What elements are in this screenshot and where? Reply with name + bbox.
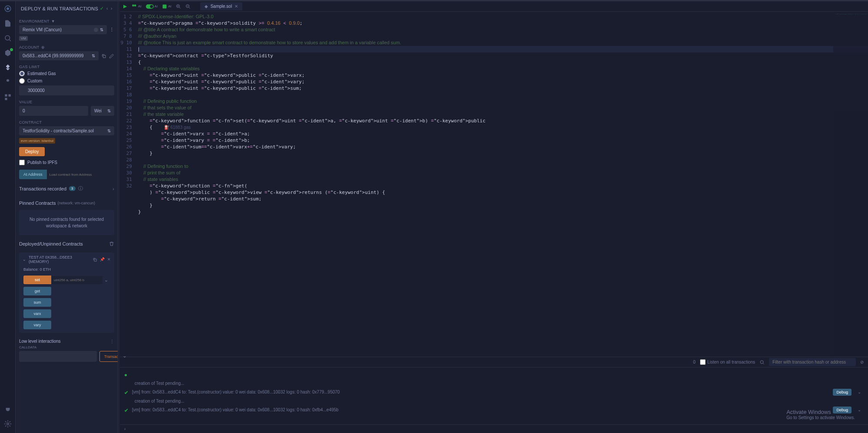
fn-vary-button[interactable]: vary (23, 321, 51, 329)
log-line: creation of Test pending... (135, 380, 864, 387)
deployed-contracts-header: Deployed/Unpinned Contracts (19, 235, 114, 249)
chevron-down-icon[interactable]: ⌄ (855, 407, 864, 413)
at-address-button[interactable]: At Address (19, 170, 47, 179)
zoom-out-icon[interactable] (185, 4, 191, 9)
search-icon[interactable] (4, 34, 12, 42)
terminal-header: 0 Listen on all transactions ⊘ (120, 357, 868, 367)
svg-rect-3 (5, 94, 7, 96)
at-address-input[interactable] (47, 170, 114, 179)
edit-icon[interactable] (109, 53, 114, 59)
balance-row: Balance: 0 ETH (19, 266, 114, 274)
calldata-input[interactable] (19, 351, 97, 362)
ai-people-icon[interactable]: AI (131, 3, 142, 10)
fn-varx-button[interactable]: varx (23, 309, 51, 318)
chevron-down-icon[interactable]: ✓ (100, 6, 104, 11)
gas-custom-radio[interactable]: Custom (19, 78, 114, 84)
pinned-contracts-header: Pinned Contracts (network: vm-cancun) (19, 194, 114, 207)
debugger-icon[interactable] (4, 79, 12, 86)
no-pinned-message: No pinned contracts found for selected w… (19, 210, 114, 235)
info-icon[interactable]: ⓘ (78, 185, 83, 192)
svg-rect-8 (94, 259, 96, 261)
svg-point-6 (7, 423, 9, 425)
checkmark-icon: ✔ (124, 407, 129, 414)
svg-rect-4 (8, 94, 10, 96)
contract-select[interactable]: TestforSolidity - contracts/Sample.sol⇅ (19, 126, 114, 135)
fn-set-input[interactable] (51, 276, 102, 284)
search-icon[interactable] (759, 360, 765, 365)
tx-count-badge: 3 (69, 186, 75, 191)
editor-toolbar: ▶ AI AI AI ◆ Sample.sol ✕ (120, 1, 868, 12)
listen-checkbox[interactable]: Listen on all transactions (700, 359, 755, 365)
copy-icon[interactable] (101, 53, 106, 59)
ai-toggle-icon[interactable]: AI (146, 4, 158, 9)
environment-label: ENVIRONMENT ▼ (19, 19, 114, 23)
instance-name: TEST AT 0X358...D5EE3 (MEMORY) (29, 255, 90, 264)
checkmark-icon: ● (124, 371, 127, 378)
terminal-search-input[interactable] (769, 358, 856, 366)
trash-icon[interactable] (109, 241, 114, 246)
fn-set-button[interactable]: set (23, 276, 51, 284)
play-icon[interactable]: ▶ (123, 3, 127, 9)
chevron-right-icon[interactable]: › (111, 6, 112, 11)
deploy-run-icon[interactable] (4, 64, 12, 72)
ai-save-icon[interactable]: AI (162, 4, 172, 9)
plug-icon[interactable] (4, 405, 12, 413)
checkmark-icon: ✔ (124, 389, 129, 396)
settings-icon[interactable] (4, 420, 12, 428)
compiler-icon[interactable] (4, 49, 12, 57)
svg-rect-13 (163, 4, 167, 8)
chevron-down-icon[interactable]: ⌄ (23, 257, 26, 262)
status-bar: › (120, 424, 868, 433)
file-explorer-icon[interactable] (4, 20, 12, 27)
zoom-in-icon[interactable] (176, 4, 181, 9)
more-icon[interactable]: ⋮ (109, 27, 114, 33)
contract-instance: ⌄ TEST AT 0X358...D5EE3 (MEMORY) 📌 ✕ Bal… (19, 253, 114, 333)
collapse-terminal-icon[interactable]: ⌄ (122, 353, 127, 359)
fn-sum-button[interactable]: sum (23, 298, 51, 307)
chevron-left-icon[interactable]: ‹ (106, 6, 108, 11)
debug-button[interactable]: Debug (833, 389, 851, 396)
code-editor[interactable]: // SPDX-License-Identifier: GPL-3.0 ="c-… (135, 12, 868, 357)
panel-title: DEPLOY & RUN TRANSACTIONS ✓ ‹ › (19, 1, 114, 15)
close-icon[interactable]: ✕ (234, 4, 238, 9)
fn-get-button[interactable]: get (23, 287, 51, 295)
value-unit-select[interactable]: Wei⇅ (91, 106, 114, 116)
publish-ipfs-checkbox[interactable]: Publish to IPFS (19, 160, 114, 165)
plus-icon[interactable]: ⊕ (41, 45, 45, 49)
copy-icon[interactable] (92, 257, 97, 262)
activate-windows-watermark: Activate Windows Go to Settings to activ… (786, 409, 855, 420)
terminal-body[interactable]: ● creation of Test pending... ✔ [vm] fro… (120, 367, 868, 424)
minimap[interactable]: // SPDX-License\npragma solidity\n/// @t… (833, 12, 868, 357)
file-tab[interactable]: ◆ Sample.sol ✕ (200, 2, 242, 10)
account-label: ACCOUNT ⊕ (19, 45, 114, 49)
svg-point-1 (7, 7, 9, 10)
environment-select[interactable]: Remix VM (Cancun) ⇅ (19, 25, 107, 34)
svg-point-16 (760, 361, 763, 364)
value-label: VALUE (19, 100, 114, 104)
svg-point-10 (134, 4, 136, 7)
plugin-manager-icon[interactable] (4, 93, 12, 101)
transact-button[interactable]: Transact (99, 351, 118, 362)
log-line: [vm] from: 0x583...eddC4 to: Test.(const… (132, 407, 829, 413)
pin-icon[interactable]: 📌 (100, 257, 105, 262)
close-icon[interactable]: ✕ (107, 257, 111, 262)
gas-limit-input[interactable] (19, 85, 114, 95)
gas-limit-label: GAS LIMIT (19, 65, 114, 69)
low-level-label: Low level interactions⋮ (19, 339, 114, 344)
more-icon[interactable]: ⋮ (110, 339, 114, 344)
transactions-recorded-row[interactable]: Transactions recorded 3 ⓘ › (19, 179, 114, 194)
chevron-down-icon[interactable]: ⌄ (855, 389, 864, 396)
deploy-button[interactable]: Deploy (19, 147, 45, 156)
chevron-down-icon[interactable]: ⌄ (102, 277, 110, 283)
value-amount-input[interactable] (19, 106, 88, 116)
clear-icon[interactable]: ⊘ (860, 360, 864, 364)
svg-point-9 (132, 4, 134, 7)
account-select[interactable]: 0x583...eddC4 (99.9999999999⇅ (19, 51, 99, 60)
line-gutter: 1 2 3 4 5 6 7 8 9 10 11 12 13 14 15 16 1… (120, 12, 135, 357)
remix-logo-icon[interactable] (4, 5, 12, 13)
icon-sidebar (0, 1, 16, 433)
terminal-prompt-icon[interactable]: › (124, 426, 125, 431)
vm-badge: VM (19, 36, 28, 41)
gas-estimated-radio[interactable]: Estimated Gas (19, 71, 114, 76)
editor-area: ▶ AI AI AI ◆ Sample.sol ✕ 1 2 3 4 5 6 7 … (120, 1, 868, 433)
